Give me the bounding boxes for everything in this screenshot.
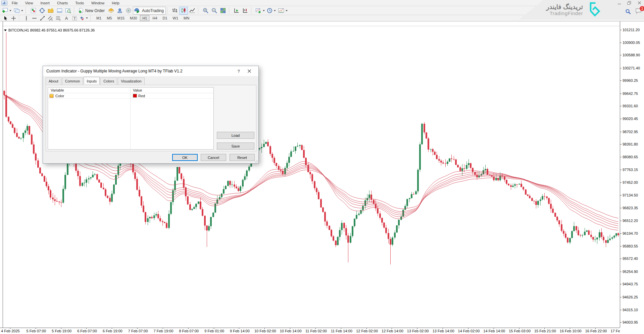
minimize-button[interactable]	[616, 1, 623, 5]
parameters-table[interactable]: Variable Value Color Red	[48, 87, 214, 150]
time-axis-tick	[417, 328, 417, 329]
candlestick-mode-button[interactable]	[179, 7, 188, 15]
close-button[interactable]	[636, 1, 643, 5]
new-order-button[interactable]: New Order	[77, 7, 107, 15]
close-icon	[247, 69, 251, 73]
bar-chart-mode-button[interactable]	[170, 7, 179, 15]
horizontal-line-button[interactable]	[30, 15, 38, 21]
time-axis-tick	[163, 328, 163, 329]
save-button[interactable]: Save	[217, 143, 254, 150]
price-axis-label: 95572.40	[623, 257, 638, 261]
market-button[interactable]	[124, 7, 133, 15]
terminal-icon	[57, 8, 62, 13]
timeframe-d1[interactable]: D1	[160, 15, 170, 21]
time-axis-label: 10 Feb 14:00	[278, 329, 303, 333]
text-button[interactable]: A	[62, 15, 70, 21]
price-axis-tick	[620, 119, 622, 119]
search-icon[interactable]	[625, 9, 631, 15]
time-axis-label: 5 Feb 07:00	[23, 329, 49, 333]
price-axis-tick	[620, 157, 622, 157]
templates-button[interactable]	[277, 7, 289, 15]
menu-help[interactable]: Help	[108, 1, 123, 5]
chart-menu-triangle-icon[interactable]	[4, 30, 7, 31]
vertical-line-button[interactable]	[22, 15, 30, 21]
time-axis[interactable]: 4 Feb 20255 Feb 07:005 Feb 19:006 Feb 07…	[0, 328, 620, 334]
strategy-tester-button[interactable]	[64, 7, 72, 15]
restore-button[interactable]	[626, 1, 633, 5]
reset-button[interactable]: Reset	[230, 154, 255, 161]
metaeditor-button[interactable]	[107, 7, 115, 15]
time-axis-tick	[137, 328, 138, 329]
timeframe-m5[interactable]: M5	[104, 15, 114, 21]
equidistant-channel-button[interactable]: E	[46, 15, 54, 21]
tab-visualization[interactable]: Visualization	[118, 77, 145, 85]
tile-windows-button[interactable]	[219, 7, 228, 15]
tab-about[interactable]: About	[46, 77, 61, 85]
time-axis-label: 9 Feb 14:00	[227, 329, 252, 333]
price-axis-tick	[620, 310, 622, 310]
timeframe-h1[interactable]: H1	[140, 15, 149, 21]
crosshair-button[interactable]	[9, 15, 17, 21]
dialog-close-button[interactable]	[244, 69, 255, 73]
chat-badge: 1	[640, 6, 644, 11]
autotrading-button[interactable]: AutoTrading	[133, 7, 166, 15]
timeframe-m15[interactable]: M15	[115, 15, 127, 21]
time-axis-tick	[264, 328, 265, 329]
new-chart-button[interactable]	[1, 7, 12, 15]
menu-window[interactable]: Window	[88, 1, 108, 5]
zoom-out-button[interactable]	[210, 7, 219, 15]
chart-shift-button[interactable]	[241, 7, 250, 15]
auto-scroll-button[interactable]	[232, 7, 241, 15]
price-axis[interactable]: 101211.20100900.05100588.90100271.409996…	[620, 21, 644, 328]
indicators-button[interactable]	[254, 7, 266, 15]
resize-grip-icon[interactable]	[255, 160, 258, 163]
ok-button[interactable]: OK	[172, 154, 198, 161]
periods-button[interactable]	[266, 7, 277, 15]
line-chart-mode-button[interactable]	[188, 7, 197, 15]
cancel-button[interactable]: Cancel	[201, 154, 226, 161]
menu-view[interactable]: View	[21, 1, 37, 5]
fibonacci-button[interactable]: F	[54, 15, 62, 21]
text-label-button[interactable]: T	[70, 15, 79, 21]
menu-file[interactable]: File	[8, 1, 21, 5]
timeframe-w1[interactable]: W1	[170, 15, 181, 21]
chat-button[interactable]: 1	[635, 8, 642, 15]
new-order-label: New Order	[84, 8, 106, 13]
load-button[interactable]: Load	[217, 132, 254, 139]
window-controls	[616, 1, 643, 5]
price-axis-tick	[620, 259, 622, 259]
cursor-button[interactable]	[1, 15, 9, 21]
tab-inputs[interactable]: Inputs	[84, 77, 100, 84]
terminal-button[interactable]	[55, 7, 64, 15]
timeframe-mn[interactable]: MN	[181, 15, 192, 21]
menu-insert[interactable]: Insert	[37, 1, 53, 5]
menu-tools[interactable]: Tools	[71, 1, 88, 5]
navigator-button[interactable]	[46, 7, 55, 15]
templates-icon	[278, 8, 284, 13]
community-button[interactable]	[115, 7, 124, 15]
navigator-icon	[48, 8, 54, 13]
trendline-button[interactable]	[38, 15, 46, 21]
time-axis-label: 13 Feb 02:00	[405, 329, 431, 333]
data-window-button[interactable]	[38, 7, 46, 15]
inputs-tab-page: Variable Value Color Red	[46, 85, 256, 151]
tab-common[interactable]: Common	[62, 77, 83, 85]
dialog-help-button[interactable]: ?	[234, 69, 244, 74]
price-axis-label: 95883.55	[623, 244, 638, 248]
price-axis-tick	[620, 195, 622, 196]
time-axis-tick	[188, 328, 189, 329]
market-watch-button[interactable]	[29, 7, 38, 15]
profiles-button[interactable]	[12, 7, 24, 15]
table-row[interactable]: Color Red	[48, 93, 213, 99]
time-axis-label: 11 Feb 02:00	[303, 329, 329, 333]
timeframe-m30[interactable]: M30	[128, 15, 139, 21]
timeframe-m1[interactable]: M1	[94, 15, 104, 21]
timeframe-h4[interactable]: H4	[150, 15, 159, 21]
menu-charts[interactable]: Charts	[53, 1, 71, 5]
zoom-in-button[interactable]	[201, 7, 210, 15]
price-axis-tick	[620, 43, 622, 43]
tab-colors[interactable]: Colors	[100, 77, 117, 85]
dialog-titlebar[interactable]: Custom Indicator - Guppy Multiple Moving…	[43, 66, 258, 76]
price-axis-label: 101211.20	[623, 28, 640, 32]
shapes-button[interactable]	[79, 15, 89, 21]
